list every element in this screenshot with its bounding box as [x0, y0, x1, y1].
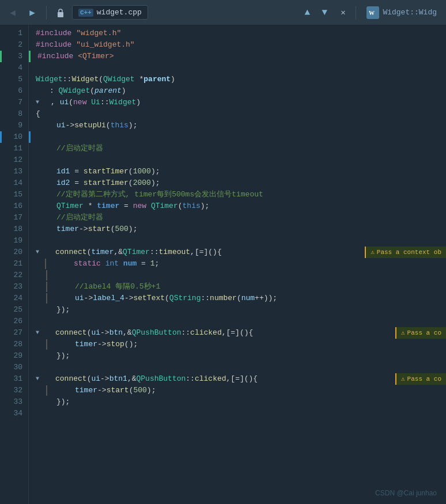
- clicked-27: clicked: [190, 327, 222, 339]
- collapse-arrow-27[interactable]: ▼: [36, 327, 39, 339]
- code-line-9: ui->setupUi(this);: [29, 120, 446, 131]
- timer-20: timer: [91, 247, 114, 258]
- ln-16: 16: [0, 200, 22, 212]
- collapse-arrow-31[interactable]: ▼: [36, 373, 39, 385]
- ui-31: ui: [91, 373, 100, 385]
- code-line-28: timer->stop();: [29, 339, 446, 350]
- collapse-arrow-20[interactable]: ▼: [36, 247, 39, 258]
- num-val-21: 1: [150, 258, 155, 270]
- warning-bar-27: ⚠ Pass a co: [395, 327, 446, 339]
- ln-19: 19: [0, 235, 22, 247]
- context-label: W Widget::Widg: [362, 6, 441, 19]
- nav-down-button[interactable]: ▼: [316, 5, 332, 21]
- separator-1: [46, 6, 47, 20]
- number-24: number: [210, 293, 237, 304]
- ln-27: ⚠ 27: [0, 327, 22, 339]
- code-line-1: #include "widget.h": [29, 28, 446, 39]
- forward-button[interactable]: ▶: [24, 5, 40, 21]
- toolbar: ◀ ▶ C++ widget.cpp ▲ ▼ ✕ W Widget::Widg: [0, 0, 446, 25]
- code-line-21: static int num = 1;: [29, 258, 446, 270]
- code-line-3: #include <QTimer>: [29, 51, 446, 62]
- this-9: this: [111, 120, 128, 131]
- separator-2: [356, 6, 356, 20]
- ln-20: ⚠ 20: [0, 247, 22, 258]
- warning-icon-bar-31: ⚠: [401, 373, 405, 385]
- ln-3: 3: [0, 51, 22, 62]
- ln-28: 28: [0, 339, 22, 350]
- lock-icon[interactable]: [52, 5, 69, 21]
- ln-18: 18: [0, 223, 22, 235]
- label4-24: label_4: [93, 293, 124, 304]
- ln-23: 23: [0, 281, 22, 293]
- ui-ns-7: Ui: [91, 97, 100, 108]
- num-18: 500: [115, 223, 128, 235]
- nav-arrows: ▲ ▼: [299, 5, 332, 21]
- code-line-34: [29, 408, 446, 419]
- back-button[interactable]: ◀: [5, 5, 21, 21]
- code-line-13: id1 = startTimer(1000);: [29, 166, 446, 177]
- qtimer2-16: QTimer: [151, 200, 178, 212]
- start-18: start: [88, 223, 111, 235]
- ln-11: 11: [0, 143, 22, 154]
- include-str-1: "widget.h": [76, 28, 121, 39]
- ln-25: 25: [0, 304, 22, 316]
- code-content: #include "widget.h" #include "ui_widget.…: [29, 25, 446, 504]
- nav-up-button[interactable]: ▲: [299, 5, 315, 21]
- code-line-25: });: [29, 304, 446, 316]
- qpushbutton-27: QPushButton: [132, 327, 182, 339]
- code-line-12: [29, 154, 446, 166]
- toolbar-right: ▲ ▼ ✕ W Widget::Widg: [299, 5, 441, 21]
- code-line-4: [29, 62, 446, 74]
- code-container: 1 2 3 4 5 6 7 8 9 10 11 12 13 14 15 16 1…: [0, 25, 446, 504]
- include-kw-3: #include: [37, 51, 73, 62]
- warning-bar-20: ⚠ Pass a context ob: [365, 247, 446, 258]
- close-button[interactable]: ✕: [336, 6, 350, 20]
- warning-icon-bar-20: ⚠: [371, 247, 375, 258]
- file-tab[interactable]: C++ widget.cpp: [72, 5, 148, 20]
- id2-14: id2: [56, 177, 70, 189]
- include-angle-3: <QTimer>: [78, 51, 114, 62]
- file-name: widget.cpp: [97, 8, 142, 17]
- qpushbutton-31: QPushButton: [136, 373, 186, 385]
- code-line-15: //定时器第二种方式, timer每到500ms会发出信号timeout: [29, 189, 446, 200]
- qtimer-20: QTimer: [123, 247, 150, 258]
- code-line-33: });: [29, 396, 446, 408]
- stop-28: stop: [107, 339, 124, 350]
- ln-8: 8: [0, 108, 22, 120]
- svg-rect-0: [58, 12, 63, 17]
- setupui-9: setupUi: [74, 120, 106, 131]
- timeout-20: timeout: [158, 247, 190, 258]
- code-line-29: });: [29, 350, 446, 362]
- line-numbers: 1 2 3 4 5 6 7 8 9 10 11 12 13 14 15 16 1…: [0, 25, 29, 504]
- code-line-7: ▼ , ui(new Ui::Widget): [29, 97, 446, 108]
- ln-10: 10: [0, 131, 22, 143]
- static-21: static: [74, 258, 101, 270]
- ln-17: 17: [0, 212, 22, 223]
- btn-27: btn: [109, 327, 123, 339]
- ln-32: 32: [0, 385, 22, 396]
- code-line-31: ▼ connect(ui->btn1,&QPushButton::clicked…: [29, 373, 446, 385]
- svg-text:W: W: [369, 10, 375, 16]
- num-var-21: num: [123, 258, 137, 270]
- context-text: Widget::Widg: [383, 8, 437, 17]
- comment-11: //启动定时器: [56, 143, 103, 154]
- ui-24: ui: [75, 293, 84, 304]
- collapse-arrow-7[interactable]: ▼: [36, 97, 39, 108]
- context-icon: W: [366, 6, 379, 19]
- watermark: CSDN @Cai junhao: [375, 489, 437, 497]
- comment-17: //启动定时器: [56, 212, 103, 223]
- ui-var-9: ui: [56, 120, 66, 131]
- qtimer-16: QTimer: [56, 200, 84, 212]
- code-line-14: id2 = startTimer(2000);: [29, 177, 446, 189]
- code-line-26: [29, 316, 446, 327]
- ui-27: ui: [91, 327, 100, 339]
- ln-21: 21: [0, 258, 22, 270]
- id1-13: id1: [56, 166, 70, 177]
- ln-31: ⚠ 31: [0, 373, 22, 385]
- include-kw-2: #include: [36, 39, 71, 51]
- ln-12: 12: [0, 154, 22, 166]
- ln-22: 22: [0, 270, 22, 281]
- widget-7: Widget: [109, 97, 136, 108]
- include-str-2: "ui_widget.h": [76, 39, 134, 51]
- code-line-8: {: [29, 108, 446, 120]
